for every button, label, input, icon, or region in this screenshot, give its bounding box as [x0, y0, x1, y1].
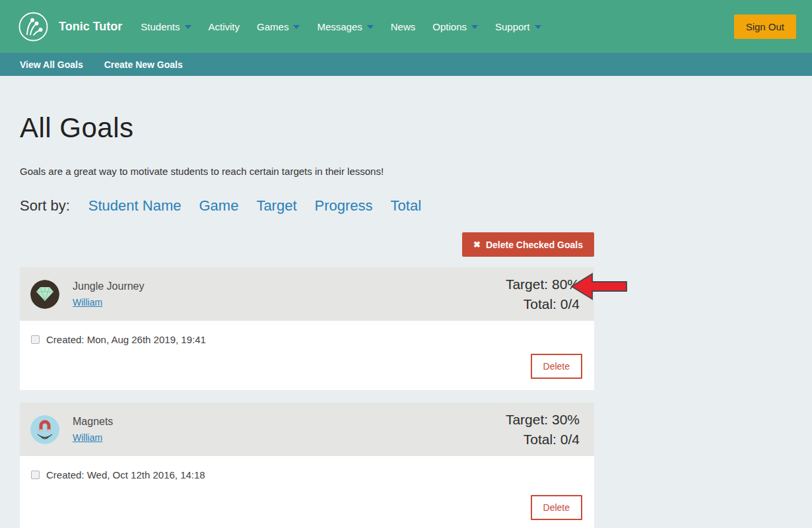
tonic-tutor-logo-icon[interactable] [18, 12, 48, 42]
goal-titles: Magnets William [73, 416, 506, 444]
brand-title: Tonic Tutor [59, 20, 122, 34]
page-description: Goals are a great way to motivate studen… [20, 166, 594, 177]
goal-stats: Target: 80% Total: 0/4 [506, 275, 580, 314]
nav-news[interactable]: News [391, 21, 416, 32]
chevron-down-icon [367, 25, 374, 29]
target-value: Target: 80% [506, 275, 580, 294]
nav-games-label: Games [257, 21, 288, 32]
target-value: Target: 30% [506, 410, 580, 430]
sort-by-label: Sort by: [20, 197, 70, 214]
delete-goal-button[interactable]: Delete [531, 495, 582, 520]
sort-target-link[interactable]: Target [256, 197, 296, 214]
chevron-down-icon [185, 25, 191, 29]
sign-out-button[interactable]: Sign Out [734, 15, 796, 39]
chevron-down-icon [535, 25, 541, 29]
goal-titles: Jungle Journey William [73, 280, 506, 308]
magnet-icon [30, 415, 59, 444]
student-link[interactable]: William [73, 432, 102, 443]
nav-options-label: Options [432, 21, 467, 32]
delete-goal-button[interactable]: Delete [531, 354, 582, 379]
nav-messages[interactable]: Messages [317, 21, 373, 32]
total-value: Total: 0/4 [506, 430, 580, 449]
goal-checkbox[interactable] [31, 471, 40, 479]
game-title: Jungle Journey [73, 280, 506, 292]
nav-activity-label: Activity [209, 21, 240, 32]
app-header: Tonic Tutor Students Activity Games Mess… [0, 0, 812, 53]
sort-row: Sort by: Student Name Game Target Progre… [20, 197, 594, 214]
goal-card-body: Created: Wed, Oct 12th 2016, 14:18 Delet… [20, 456, 594, 528]
sort-game-link[interactable]: Game [199, 197, 238, 214]
goal-stats: Target: 30% Total: 0/4 [506, 410, 580, 449]
goal-card-body: Created: Mon, Aug 26th 2019, 19:41 Delet… [20, 321, 594, 390]
goal-card-jungle-journey: Jungle Journey William Target: 80% Total… [20, 267, 594, 390]
chevron-down-icon [471, 25, 478, 29]
nav-students[interactable]: Students [141, 21, 191, 32]
created-text: Created: Wed, Oct 12th 2016, 14:18 [46, 469, 205, 480]
nav-support-label: Support [495, 21, 530, 32]
created-text: Created: Mon, Aug 26th 2019, 19:41 [46, 334, 206, 345]
page: Tonic Tutor Students Activity Games Mess… [0, 0, 812, 528]
nav-options[interactable]: Options [432, 21, 478, 32]
sort-progress-link[interactable]: Progress [315, 197, 373, 214]
main-content: All Goals Goals are a great way to motiv… [0, 112, 812, 528]
nav-support[interactable]: Support [495, 21, 541, 32]
x-icon: ✖ [473, 240, 481, 249]
goal-card-header: Jungle Journey William Target: 80% Total… [20, 267, 594, 321]
sort-student-name-link[interactable]: Student Name [88, 197, 182, 214]
subnav-view-all-goals[interactable]: View All Goals [20, 59, 83, 70]
nav-news-label: News [391, 21, 416, 32]
delete-checked-goals-button[interactable]: ✖ Delete Checked Goals [462, 232, 594, 257]
created-row: Created: Mon, Aug 26th 2019, 19:41 [31, 334, 582, 345]
delete-checked-goals-label: Delete Checked Goals [486, 240, 583, 250]
main-nav: Students Activity Games Messages News Op… [141, 21, 733, 32]
nav-games[interactable]: Games [257, 21, 300, 32]
student-link[interactable]: William [73, 297, 102, 308]
nav-messages-label: Messages [317, 21, 362, 32]
page-title: All Goals [20, 112, 594, 144]
goal-card-magnets: Magnets William Target: 30% Total: 0/4 C… [20, 403, 594, 528]
sort-total-link[interactable]: Total [391, 197, 421, 214]
created-row: Created: Wed, Oct 12th 2016, 14:18 [31, 469, 582, 480]
gem-icon [30, 280, 59, 309]
subnav-create-new-goals[interactable]: Create New Goals [104, 59, 183, 70]
chevron-down-icon [293, 25, 300, 29]
goals-subnav: View All Goals Create New Goals [0, 53, 812, 76]
game-title: Magnets [73, 416, 506, 428]
nav-students-label: Students [141, 21, 180, 32]
goal-card-header: Magnets William Target: 30% Total: 0/4 [20, 403, 594, 456]
total-value: Total: 0/4 [506, 294, 580, 314]
goals-toolbar: ✖ Delete Checked Goals [20, 232, 594, 257]
nav-activity[interactable]: Activity [209, 21, 240, 32]
goal-checkbox[interactable] [31, 335, 40, 344]
